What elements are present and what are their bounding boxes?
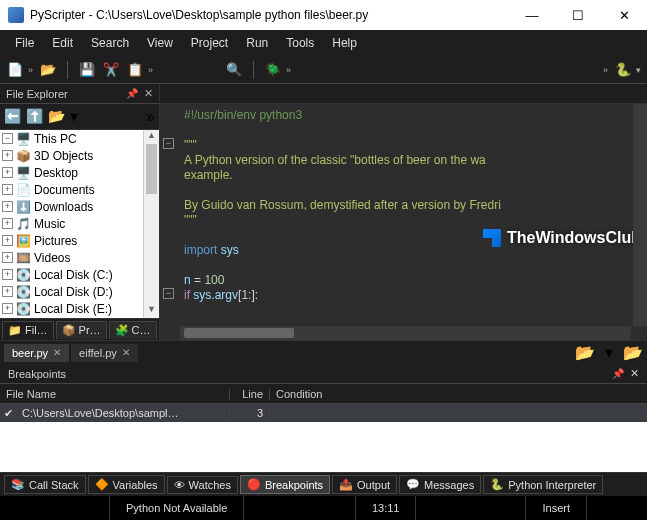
tree-item[interactable]: +🎞️Videos [0,249,159,266]
editor-v-scrollbar[interactable] [633,104,647,326]
tree-item[interactable]: +⬇️Downloads [0,198,159,215]
code-line[interactable] [184,228,631,243]
code-line[interactable] [184,183,631,198]
menu-project[interactable]: Project [184,33,235,53]
browse-icon[interactable]: 📂 [48,108,66,126]
chevron-down-icon[interactable]: » [28,65,33,75]
expand-icon[interactable]: + [2,286,13,297]
scroll-thumb[interactable] [146,144,157,194]
pin-icon[interactable]: 📌 [126,88,138,99]
chevron-down-icon[interactable]: » [286,65,291,75]
breakpoint-row[interactable]: ✔ C:\Users\Love\Desktop\sampl… 3 [0,404,647,422]
pin-icon[interactable]: 📌 [612,368,624,379]
code-line[interactable]: example. [184,168,631,183]
tree-item[interactable]: +🎵Music [0,215,159,232]
chevron-down-icon[interactable]: ▾ [605,343,613,362]
close-tab-icon[interactable]: ✕ [53,347,61,358]
code-line[interactable] [184,123,631,138]
debug-icon[interactable]: 🪲 [264,61,282,79]
tool-tab-call-stack[interactable]: 📚Call Stack [4,475,86,494]
up-icon[interactable]: ⬆️ [26,108,44,126]
code-line[interactable]: n = 100 [184,273,631,288]
col-file-name[interactable]: File Name [0,388,230,400]
expand-icon[interactable]: + [2,150,13,161]
open-folder-icon[interactable]: 📂 [575,343,595,362]
cut-icon[interactable]: ✂️ [102,61,120,79]
search-icon[interactable]: 🔍 [225,61,243,79]
copy-icon[interactable]: 📋 [126,61,144,79]
file-tree[interactable]: − 🖥️ This PC +📦3D Objects+🖥️Desktop+📄Doc… [0,130,159,318]
expand-icon[interactable]: + [2,235,13,246]
chevron-down-icon[interactable]: » [148,65,153,75]
menu-view[interactable]: View [140,33,180,53]
maximize-button[interactable]: ☐ [563,8,593,23]
open-icon[interactable]: 📂 [623,343,643,362]
tree-item[interactable]: +💽Local Disk (E:) [0,300,159,317]
chevron-down-icon[interactable]: » [146,108,155,126]
tree-item[interactable]: +🖥️Desktop [0,164,159,181]
code-line[interactable]: """ [184,213,631,228]
tool-tab-variables[interactable]: 🔶Variables [88,475,165,494]
close-icon[interactable]: ✕ [144,87,153,100]
tree-item[interactable]: +🖼️Pictures [0,232,159,249]
open-file-icon[interactable]: 📂 [39,61,57,79]
code-editor[interactable]: − − #!/usr/bin/env python3"""A Python ve… [160,104,647,340]
code-line[interactable] [184,258,631,273]
code-line[interactable]: import sys [184,243,631,258]
menu-edit[interactable]: Edit [45,33,80,53]
python-icon[interactable]: 🐍 [614,61,632,79]
scroll-down-icon[interactable]: ▼ [144,304,159,318]
code-line[interactable]: By Guido van Rossum, demystified after a… [184,198,631,213]
code-line[interactable]: #!/usr/bin/env python3 [184,108,631,123]
fold-icon[interactable]: − [163,288,174,299]
expand-icon[interactable]: + [2,201,13,212]
new-file-icon[interactable]: 📄 [6,61,24,79]
tool-tab-messages[interactable]: 💬Messages [399,475,481,494]
editor-tab[interactable]: eiffel.py✕ [71,344,138,362]
tree-scrollbar[interactable]: ▲ ▼ [143,130,159,318]
scroll-thumb[interactable] [184,328,294,338]
tab-code[interactable]: 🧩C… [109,321,157,339]
expand-icon[interactable]: + [2,184,13,195]
tool-tab-output[interactable]: 📤Output [332,475,397,494]
save-icon[interactable]: 💾 [78,61,96,79]
col-condition[interactable]: Condition [270,388,647,400]
col-line[interactable]: Line [230,388,270,400]
tree-item[interactable]: +📦3D Objects [0,147,159,164]
menu-run[interactable]: Run [239,33,275,53]
code-line[interactable]: A Python version of the classic "bottles… [184,153,631,168]
code-line[interactable]: """ [184,138,631,153]
code-line[interactable]: if sys.argv[1:]: [184,288,631,303]
expand-icon[interactable]: + [2,167,13,178]
expand-icon[interactable]: + [2,252,13,263]
scroll-up-icon[interactable]: ▲ [144,130,159,144]
expand-icon[interactable]: + [2,303,13,314]
minimize-button[interactable]: — [517,8,547,23]
menu-help[interactable]: Help [325,33,364,53]
menu-tools[interactable]: Tools [279,33,321,53]
editor-tab[interactable]: beer.py✕ [4,344,69,362]
collapse-icon[interactable]: − [2,133,13,144]
tab-file-explorer[interactable]: 📁Fil… [2,321,54,339]
fold-icon[interactable]: − [163,138,174,149]
tree-root[interactable]: − 🖥️ This PC [0,130,159,147]
tool-tab-watches[interactable]: 👁Watches [167,476,238,494]
chevron-down-icon[interactable]: ▾ [636,65,641,75]
chevron-down-icon[interactable]: » [603,65,608,75]
tree-item[interactable]: +📄Documents [0,181,159,198]
expand-icon[interactable]: + [2,269,13,280]
back-icon[interactable]: ⬅️ [4,108,22,126]
close-icon[interactable]: ✕ [630,367,639,380]
chevron-down-icon[interactable]: ▾ [70,107,78,126]
editor-h-scrollbar[interactable] [180,326,631,340]
tool-tab-breakpoints[interactable]: 🔴Breakpoints [240,475,330,494]
menu-file[interactable]: File [8,33,41,53]
check-icon[interactable]: ✔ [0,407,16,420]
expand-icon[interactable]: + [2,218,13,229]
close-button[interactable]: ✕ [609,8,639,23]
tab-project[interactable]: 📦Pr… [56,321,107,339]
tree-item[interactable]: +💽Local Disk (C:) [0,266,159,283]
tree-item[interactable]: +💽Local Disk (D:) [0,283,159,300]
close-tab-icon[interactable]: ✕ [122,347,130,358]
tool-tab-python-interpreter[interactable]: 🐍Python Interpreter [483,475,603,494]
